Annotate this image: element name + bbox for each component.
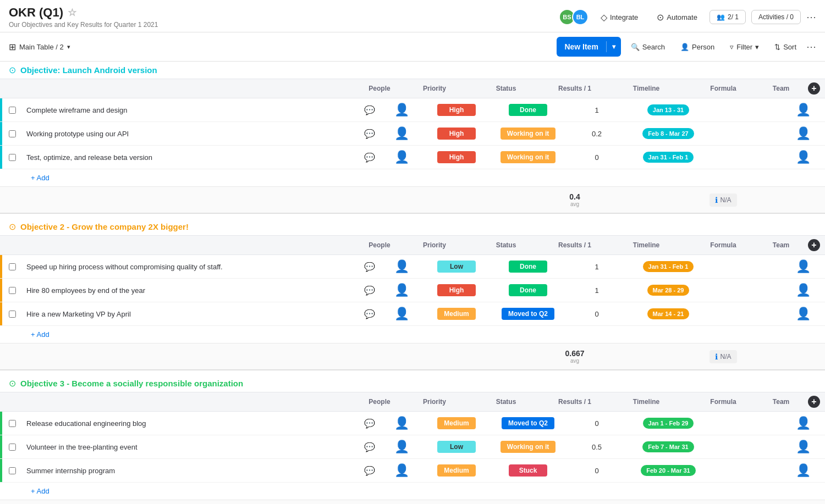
row-priority-2-1[interactable]: Low: [424, 261, 490, 273]
row-team-2-3[interactable]: 👤: [781, 307, 825, 321]
group-chevron-1[interactable]: ⊙: [9, 65, 16, 75]
row-status-2-3[interactable]: Moved to Q2: [490, 308, 566, 320]
row-people-2-1[interactable]: 👤: [380, 259, 424, 274]
row-timeline-3-1[interactable]: Jan 1 - Feb 29: [627, 418, 710, 429]
col-plus-3[interactable]: +: [803, 396, 825, 408]
row-team-2-2[interactable]: 👤: [781, 283, 825, 297]
avatar-2[interactable]: BL: [572, 9, 588, 25]
checkbox-2-2[interactable]: [9, 287, 16, 294]
person-filter-button[interactable]: 👤 Person: [675, 40, 720, 54]
row-priority-2-2[interactable]: High: [424, 284, 490, 296]
row-checkbox-2-3[interactable]: [2, 311, 22, 318]
new-item-arrow-icon[interactable]: ▾: [607, 43, 621, 51]
checkbox-1-3[interactable]: [9, 154, 16, 161]
row-checkbox-1-1[interactable]: [2, 107, 22, 114]
filter-button[interactable]: ▿ Filter ▾: [724, 40, 765, 54]
comment-icon-3-1[interactable]: 💬: [360, 418, 380, 429]
group-header-2[interactable]: ⊙ Objective 2 - Grow the company 2X bigg…: [0, 218, 825, 235]
row-timeline-2-1[interactable]: Jan 31 - Feb 1: [627, 261, 710, 272]
star-icon[interactable]: ☆: [68, 7, 76, 19]
comment-icon-1-3[interactable]: 💬: [360, 152, 380, 163]
row-timeline-1-1[interactable]: Jan 13 - 31: [627, 104, 710, 115]
group-header-1[interactable]: ⊙ Objective: Launch Android version: [0, 62, 825, 79]
row-checkbox-3-1[interactable]: [2, 420, 22, 427]
comment-icon-2-2[interactable]: 💬: [360, 285, 380, 296]
row-timeline-2-2[interactable]: Mar 28 - 29: [627, 285, 710, 296]
row-team-2-1[interactable]: 👤: [781, 259, 825, 274]
add-row-2[interactable]: + Add: [0, 326, 825, 343]
add-row-1[interactable]: + Add: [0, 169, 825, 186]
row-checkbox-3-2[interactable]: [2, 444, 22, 451]
group-chevron-2[interactable]: ⊙: [9, 221, 16, 232]
row-priority-3-3[interactable]: Medium: [424, 464, 490, 477]
row-status-2-2[interactable]: Done: [490, 284, 566, 296]
row-timeline-3-2[interactable]: Feb 7 - Mar 31: [627, 441, 710, 452]
row-people-1-1[interactable]: 👤: [380, 103, 424, 117]
row-checkbox-1-3[interactable]: [2, 154, 22, 161]
search-button[interactable]: 🔍 Search: [625, 40, 670, 54]
checkbox-2-1[interactable]: [9, 263, 16, 270]
toolbar-more-icon[interactable]: ⋯: [806, 41, 816, 53]
header-more-icon[interactable]: ⋯: [806, 11, 816, 23]
row-people-3-1[interactable]: 👤: [380, 416, 424, 430]
row-people-3-2[interactable]: 👤: [380, 440, 424, 454]
row-team-3-1[interactable]: 👤: [781, 416, 825, 430]
row-people-2-3[interactable]: 👤: [380, 307, 424, 321]
comment-icon-2-3[interactable]: 💬: [360, 309, 380, 319]
col-plus-1[interactable]: +: [803, 82, 825, 95]
row-status-3-2[interactable]: Working on it: [490, 441, 566, 453]
row-team-1-3[interactable]: 👤: [781, 150, 825, 164]
checkbox-3-3[interactable]: [9, 467, 16, 474]
row-priority-2-3[interactable]: Medium: [424, 308, 490, 320]
row-checkbox-1-2[interactable]: [2, 130, 22, 137]
checkbox-3-2[interactable]: [9, 444, 16, 451]
row-team-3-3[interactable]: 👤: [781, 463, 825, 478]
checkbox-1-2[interactable]: [9, 130, 16, 137]
comment-icon-1-2[interactable]: 💬: [360, 129, 380, 139]
sort-button[interactable]: ⇅ Sort: [769, 40, 802, 54]
comment-icon-1-1[interactable]: 💬: [360, 105, 380, 115]
comment-icon-2-1[interactable]: 💬: [360, 262, 380, 272]
row-timeline-1-3[interactable]: Jan 31 - Feb 1: [627, 152, 710, 163]
row-status-1-1[interactable]: Done: [490, 104, 566, 116]
new-item-button[interactable]: New Item ▾: [557, 37, 620, 57]
integrate-button[interactable]: ◇ Integrate: [594, 9, 645, 25]
group-header-3[interactable]: ⊙ Objective 3 - Become a socially respon…: [0, 375, 825, 392]
row-status-2-1[interactable]: Done: [490, 261, 566, 273]
col-plus-2[interactable]: +: [803, 239, 825, 251]
checkbox-2-3[interactable]: [9, 311, 16, 318]
automate-button[interactable]: ⊙ Automate: [650, 9, 704, 25]
row-status-1-2[interactable]: Working on it: [490, 128, 566, 140]
row-checkbox-2-2[interactable]: [2, 287, 22, 294]
row-status-3-1[interactable]: Moved to Q2: [490, 417, 566, 429]
group-chevron-3[interactable]: ⊙: [9, 378, 16, 389]
row-timeline-2-3[interactable]: Mar 14 - 21: [627, 308, 710, 319]
row-people-1-3[interactable]: 👤: [380, 150, 424, 164]
add-row-3[interactable]: + Add: [0, 483, 825, 500]
comment-icon-3-3[interactable]: 💬: [360, 466, 380, 476]
row-people-3-3[interactable]: 👤: [380, 463, 424, 478]
row-timeline-3-3[interactable]: Feb 20 - Mar 31: [627, 465, 710, 476]
avg-formula-1: ℹ N/A: [688, 193, 759, 207]
row-priority-1-1[interactable]: High: [424, 104, 490, 116]
checkbox-1-1[interactable]: [9, 107, 16, 114]
row-priority-1-2[interactable]: High: [424, 128, 490, 140]
row-people-2-2[interactable]: 👤: [380, 283, 424, 297]
row-timeline-1-2[interactable]: Feb 8 - Mar 27: [627, 128, 710, 139]
row-checkbox-3-3[interactable]: [2, 467, 22, 474]
row-people-1-2[interactable]: 👤: [380, 126, 424, 141]
row-team-3-2[interactable]: 👤: [781, 440, 825, 454]
row-team-1-2[interactable]: 👤: [781, 126, 825, 141]
table-selector[interactable]: ⊞ Main Table / 2 ▾: [9, 42, 70, 52]
row-priority-3-1[interactable]: Medium: [424, 417, 490, 429]
row-priority-3-2[interactable]: Low: [424, 441, 490, 453]
row-team-1-1[interactable]: 👤: [781, 103, 825, 117]
row-priority-1-3[interactable]: High: [424, 151, 490, 163]
row-status-1-3[interactable]: Working on it: [490, 151, 566, 163]
row-checkbox-2-1[interactable]: [2, 263, 22, 270]
comment-icon-3-2[interactable]: 💬: [360, 442, 380, 452]
checkbox-3-1[interactable]: [9, 420, 16, 427]
person-count-button[interactable]: 👥 2/ 1: [710, 10, 746, 24]
row-status-3-3[interactable]: Stuck: [490, 464, 566, 477]
activities-button[interactable]: Activities / 0: [751, 10, 801, 24]
